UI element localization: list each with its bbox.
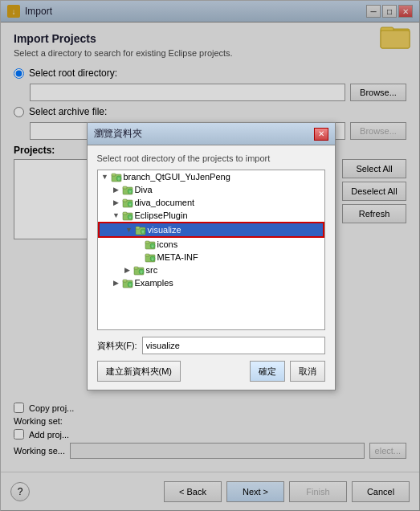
tree-item-eclipse[interactable]: ▼ ↑ EclipsePlugin [98,209,324,222]
svg-rect-24 [145,241,149,243]
svg-rect-36 [123,280,127,282]
dialog-overlay: 瀏覽資料夾 ✕ Select root directory of the pro… [1,1,420,511]
tree-item-label-meta: META-INF [157,252,198,262]
tree-item-icons[interactable]: ↑ icons [98,238,324,251]
dialog-content: Select root directory of the projects to… [88,145,335,390]
tree-item-src[interactable]: ▶ ↑ src [98,264,324,276]
browse-dialog: 瀏覽資料夾 ✕ Select root directory of the pro… [87,122,336,390]
tree-item-branch[interactable]: ▼ ↑ branch_QtGUI_YuJenPeng [98,170,324,183]
tree-item-label-icons: icons [157,239,178,249]
svg-text:↑: ↑ [128,283,131,288]
tree-item-diva_doc[interactable]: ▶ ↑ diva_document [98,196,324,209]
svg-text:↑: ↑ [141,230,144,235]
svg-text:↑: ↑ [128,202,131,207]
svg-rect-28 [145,254,149,256]
dialog-subtitle: Select root directory of the projects to… [97,153,325,163]
svg-rect-12 [123,199,127,202]
tree-item-label-src: src [146,265,158,275]
dialog-ok-button[interactable]: 確定 [250,361,285,382]
tree-item-label-visualize: visualize [148,225,181,235]
dialog-title: 瀏覽資料夾 [94,127,142,141]
svg-text:↑: ↑ [128,190,131,194]
new-folder-button[interactable]: 建立新資料夾(M) [97,361,181,382]
svg-rect-8 [123,186,127,189]
svg-text:↑: ↑ [117,177,120,182]
dir-field-row: 資料夾(F): [97,337,325,354]
svg-text:↑: ↑ [151,244,153,249]
dialog-cancel-button[interactable]: 取消 [290,361,325,382]
folder-tree[interactable]: ▼ ↑ branch_QtGUI_YuJenPeng▶ ↑ Diva▶ ↑ di… [97,170,325,330]
svg-text:↑: ↑ [140,270,142,275]
tree-item-label-branch: branch_QtGUI_YuJenPeng [124,172,230,182]
tree-item-label-examples: Examples [135,278,173,288]
dialog-close-button[interactable]: ✕ [314,128,328,141]
tree-item-diva[interactable]: ▶ ↑ Diva [98,183,324,196]
svg-rect-16 [123,212,127,215]
dir-field-input[interactable] [142,337,325,354]
dir-field-label: 資料夾(F): [97,340,137,352]
dialog-title-bar: 瀏覽資料夾 ✕ [88,123,335,145]
tree-item-examples[interactable]: ▶ ↑ Examples [98,276,324,289]
svg-text:↑: ↑ [128,215,131,220]
tree-item-meta[interactable]: ↑ META-INF [98,251,324,264]
svg-text:↑: ↑ [151,257,153,262]
svg-rect-32 [134,267,138,269]
tree-item-label-diva: Diva [135,185,153,194]
tree-item-label-eclipse: EclipsePlugin [135,211,188,220]
svg-rect-4 [112,174,116,176]
svg-rect-20 [136,227,140,229]
tree-item-label-diva_doc: diva_document [135,198,195,207]
dialog-actions: 建立新資料夾(M) 確定 取消 [97,361,325,382]
tree-item-visualize[interactable]: ▼ ↑ visualize [98,222,324,238]
